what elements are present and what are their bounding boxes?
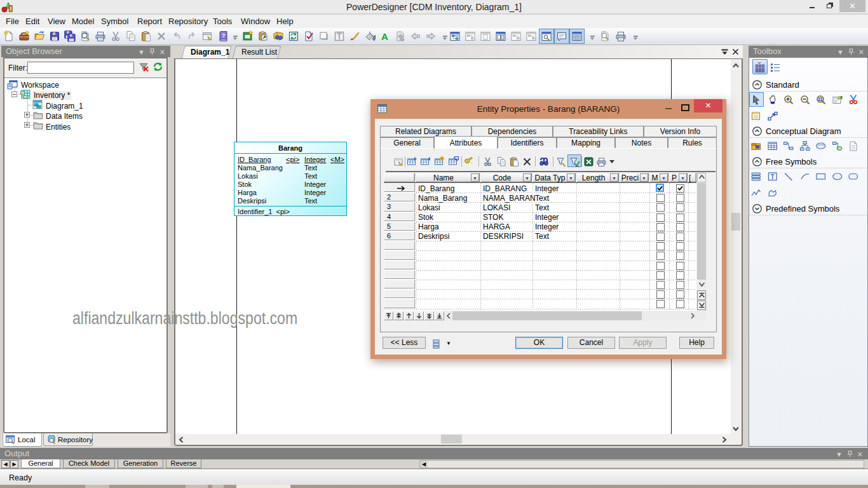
svg-text:?: ? bbox=[222, 32, 226, 39]
svg-text:T: T bbox=[771, 173, 775, 180]
svg-text:A: A bbox=[381, 31, 388, 42]
